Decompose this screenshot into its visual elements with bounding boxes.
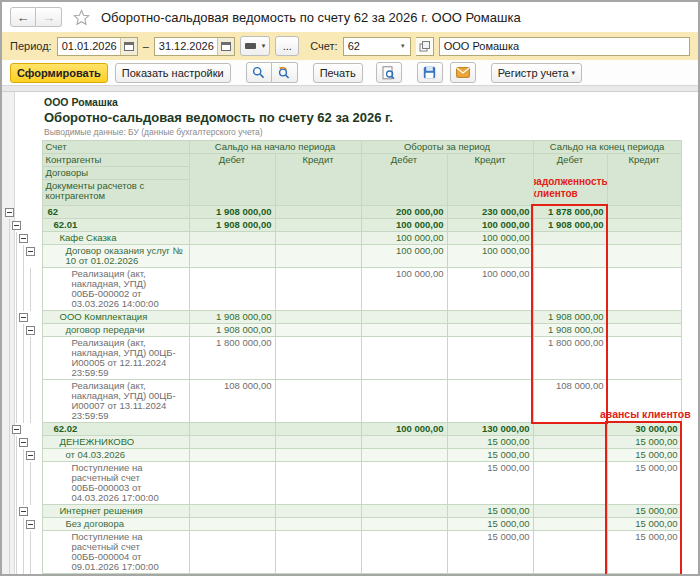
cell-value[interactable]: 100 000,00 [361,245,447,268]
search-next-button[interactable] [272,62,298,83]
cell-value[interactable] [361,337,447,380]
cell-value[interactable] [361,311,447,324]
row-label[interactable]: ДЕНЕЖНИКОВО [42,436,189,449]
cell-value[interactable] [275,232,361,245]
cell-value[interactable]: 100 000,00 [361,232,447,245]
cell-value[interactable]: 30 000,00 [607,423,681,436]
generate-button[interactable]: Сформировать [10,63,108,83]
cell-value[interactable] [533,245,607,268]
cell-value[interactable]: 130 000,00 [447,423,533,436]
collapse-group-toggle[interactable] [19,438,28,447]
cell-value[interactable] [189,518,275,531]
show-settings-button[interactable]: Показать настройки [115,63,231,83]
cell-value[interactable]: 1 908 000,00 [189,311,275,324]
row-label[interactable]: договор передачи [42,324,189,337]
cell-value[interactable]: 1 800 000,00 [189,337,275,380]
collapse-group-toggle[interactable] [12,425,21,434]
cell-value[interactable] [607,232,681,245]
period-from-value[interactable]: 01.01.2026 [58,40,120,52]
collapse-group-toggle[interactable] [5,208,14,217]
collapse-group-toggle[interactable] [26,451,35,460]
cell-value[interactable] [447,311,533,324]
cell-value[interactable]: 15 000,00 [447,531,533,574]
cell-value[interactable]: 15 000,00 [607,462,681,505]
cell-value[interactable] [189,268,275,311]
cell-value[interactable] [189,449,275,462]
cell-value[interactable] [361,505,447,518]
cell-value[interactable]: 100 000,00 [447,268,533,311]
cell-value[interactable]: 15 000,00 [447,449,533,462]
cell-value[interactable] [275,268,361,311]
cell-value[interactable] [189,462,275,505]
cell-value[interactable]: 1 800 000,00 [533,337,607,380]
cell-value[interactable] [533,462,607,505]
cell-value[interactable]: 1 908 000,00 [189,219,275,232]
collapse-group-toggle[interactable] [12,221,21,230]
more-options-button[interactable]: ... [275,36,299,56]
cell-value[interactable] [361,380,447,423]
collapse-group-toggle[interactable] [26,520,35,529]
collapse-group-toggle[interactable] [26,247,35,256]
cell-value[interactable] [447,337,533,380]
row-label[interactable]: Договор оказания услуг № 10 от 01.02.202… [42,245,189,268]
account-value[interactable]: 62 [344,40,396,52]
cell-value[interactable] [275,337,361,380]
collapse-group-toggle[interactable] [19,313,28,322]
cell-value[interactable]: 200 000,00 [361,206,447,219]
row-label[interactable]: Без договора [42,518,189,531]
open-account-button[interactable] [416,37,434,56]
row-label[interactable]: ООО Комплектация [42,311,189,324]
cell-value[interactable] [189,436,275,449]
print-preview-button[interactable] [376,62,402,83]
cell-value[interactable] [533,505,607,518]
print-button[interactable]: Печать [313,63,363,83]
cell-value[interactable] [275,531,361,574]
row-label[interactable]: Реализация (акт, накладная, УПД) 00ЦБ-И0… [42,337,189,380]
cell-value[interactable] [275,380,361,423]
cell-value[interactable]: 15 000,00 [607,449,681,462]
cell-value[interactable] [447,324,533,337]
row-label[interactable]: 62.01 [42,219,189,232]
cell-value[interactable] [361,531,447,574]
cell-value[interactable] [533,449,607,462]
cell-value[interactable]: 100 000,00 [447,219,533,232]
cell-value[interactable] [189,232,275,245]
cell-value[interactable] [533,232,607,245]
calendar-button[interactable] [217,38,234,55]
cell-value[interactable] [275,324,361,337]
accounting-register-button[interactable]: Регистр учета ▾ [491,63,582,83]
collapse-group-toggle[interactable] [19,234,28,243]
cell-value[interactable] [189,245,275,268]
row-label[interactable]: Реализация (акт, накладная, УПД) 00ББ-00… [42,268,189,311]
cell-value[interactable] [533,531,607,574]
cell-value[interactable] [275,436,361,449]
row-label[interactable]: Поступление на расчетный счет 00ББ-00000… [42,462,189,505]
row-label[interactable]: Кафе Сказка [42,232,189,245]
cell-value[interactable] [607,245,681,268]
cell-value[interactable]: 15 000,00 [607,518,681,531]
cell-value[interactable]: 1 908 000,00 [189,206,275,219]
cell-value[interactable] [607,337,681,380]
row-label[interactable]: Интернет решения [42,505,189,518]
period-to-value[interactable]: 31.12.2026 [155,40,217,52]
cell-value[interactable]: 15 000,00 [607,531,681,574]
cell-value[interactable]: 108 000,00 [533,380,607,423]
cell-value[interactable] [275,518,361,531]
cell-value[interactable]: 15 000,00 [447,462,533,505]
row-label[interactable]: Поступление на расчетный счет 00ББ-00000… [42,531,189,574]
cell-value[interactable] [361,462,447,505]
period-preset-button[interactable]: ▾ [240,36,271,56]
cell-value[interactable]: 100 000,00 [361,423,447,436]
cell-value[interactable] [189,531,275,574]
cell-value[interactable] [275,423,361,436]
cell-value[interactable] [607,219,681,232]
cell-value[interactable]: 1 878 000,00 [533,206,607,219]
cell-value[interactable]: 15 000,00 [607,436,681,449]
cell-value[interactable] [189,505,275,518]
cell-value[interactable] [275,219,361,232]
cell-value[interactable] [361,436,447,449]
cell-value[interactable]: 100 000,00 [447,245,533,268]
period-to-field[interactable]: 31.12.2026 [154,37,235,56]
cell-value[interactable] [275,449,361,462]
cell-value[interactable]: 230 000,00 [447,206,533,219]
